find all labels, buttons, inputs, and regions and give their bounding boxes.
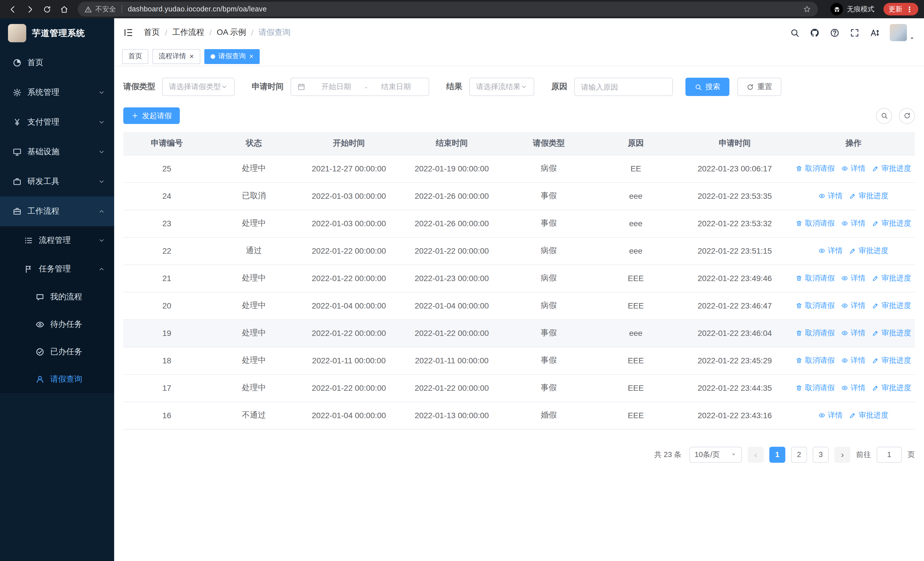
- sidebar-item-payment[interactable]: 支付管理: [0, 107, 114, 137]
- col-reason: 原因: [594, 132, 677, 155]
- action-detail-link[interactable]: 详情: [842, 163, 866, 174]
- sidebar-item-label: 工作流程: [27, 206, 59, 217]
- action-progress-link[interactable]: 审批进度: [872, 383, 911, 393]
- reason-label: 原因: [551, 82, 567, 92]
- breadcrumb-item[interactable]: OA 示例: [217, 27, 246, 38]
- action-cancel-link[interactable]: 取消请假: [796, 328, 835, 338]
- tab-leave-query[interactable]: 请假查询 ×: [204, 49, 260, 64]
- eye-icon: [842, 165, 848, 172]
- action-progress-link[interactable]: 审批进度: [872, 163, 911, 174]
- sidebar-item-label: 任务管理: [39, 264, 71, 274]
- update-label: 更新: [889, 4, 902, 14]
- tab-home[interactable]: 首页: [122, 49, 148, 64]
- page-size-select[interactable]: 10条/页: [689, 447, 742, 462]
- action-progress-link[interactable]: 审批进度: [872, 273, 911, 283]
- action-progress-link[interactable]: 审批进度: [872, 301, 911, 311]
- github-icon[interactable]: [810, 28, 819, 38]
- page-button-2[interactable]: 2: [791, 447, 807, 462]
- action-detail-link[interactable]: 详情: [842, 218, 866, 229]
- home-icon[interactable]: [57, 2, 71, 16]
- action-cancel-link[interactable]: 取消请假: [796, 163, 835, 174]
- apply-time-range-picker[interactable]: 开始日期 - 结束日期: [291, 78, 429, 96]
- bookmark-star-icon[interactable]: [803, 5, 811, 13]
- action-detail-link[interactable]: 详情: [819, 191, 843, 201]
- sidebar-item-infrastructure[interactable]: 基础设施: [0, 137, 114, 167]
- action-detail-link[interactable]: 详情: [842, 328, 866, 338]
- forward-icon[interactable]: [23, 2, 36, 16]
- sidebar-item-label: 待办任务: [50, 319, 82, 329]
- back-icon[interactable]: [6, 2, 20, 16]
- refresh-table-button[interactable]: [899, 108, 915, 124]
- cell-actions: 详情审批进度: [792, 237, 915, 265]
- next-page-button[interactable]: ›: [834, 447, 850, 462]
- breadcrumb-item[interactable]: 首页: [144, 27, 160, 38]
- action-detail-link[interactable]: 详情: [842, 273, 866, 283]
- cell-actions: 取消请假详情审批进度: [792, 265, 915, 292]
- sidebar-item-my-process[interactable]: 我的流程: [0, 283, 114, 311]
- app-logo[interactable]: 芋道管理系统: [0, 18, 114, 48]
- page-button-3[interactable]: 3: [813, 447, 829, 462]
- action-detail-link[interactable]: 详情: [842, 383, 866, 393]
- sidebar-collapse-icon[interactable]: [123, 27, 134, 38]
- sidebar-item-workflow[interactable]: 工作流程: [0, 197, 114, 226]
- edit-icon: [872, 329, 879, 337]
- action-progress-link[interactable]: 审批进度: [872, 355, 911, 365]
- action-progress-link[interactable]: 审批进度: [849, 246, 888, 256]
- action-detail-link[interactable]: 详情: [842, 355, 866, 365]
- create-leave-button[interactable]: 发起请假: [123, 107, 180, 124]
- page-button-1[interactable]: 1: [770, 447, 785, 462]
- help-icon[interactable]: [830, 28, 840, 38]
- action-cancel-link[interactable]: 取消请假: [796, 301, 835, 311]
- end-date-placeholder[interactable]: 结束日期: [369, 82, 422, 92]
- action-cancel-link[interactable]: 取消请假: [796, 273, 835, 283]
- reason-input[interactable]: [575, 78, 672, 95]
- sidebar-item-todo-task[interactable]: 待办任务: [0, 311, 114, 338]
- sidebar-item-leave-query[interactable]: 请假查询: [0, 365, 114, 393]
- security-indicator[interactable]: 不安全: [84, 4, 116, 14]
- sidebar-item-process-management[interactable]: 流程管理: [0, 226, 114, 255]
- reset-button[interactable]: 重置: [737, 78, 782, 96]
- search-button[interactable]: 搜索: [686, 78, 729, 96]
- result-select[interactable]: 请选择流结果: [469, 78, 534, 96]
- leave-type-select[interactable]: 请选择请假类型: [162, 78, 235, 96]
- start-date-placeholder[interactable]: 开始日期: [310, 82, 363, 92]
- close-icon[interactable]: ×: [189, 53, 194, 60]
- kebab-menu-icon[interactable]: ⋮: [906, 5, 913, 14]
- action-detail-link[interactable]: 详情: [819, 246, 843, 256]
- action-progress-link[interactable]: 审批进度: [849, 410, 888, 420]
- sidebar-item-home[interactable]: 首页: [0, 48, 114, 78]
- close-icon[interactable]: ×: [249, 53, 254, 60]
- action-progress-link[interactable]: 审批进度: [849, 191, 888, 201]
- browser-update-button[interactable]: 更新 ⋮: [884, 3, 918, 15]
- fullscreen-icon[interactable]: [850, 28, 860, 38]
- action-cancel-link[interactable]: 取消请假: [796, 355, 835, 365]
- sidebar-item-devtools[interactable]: 研发工具: [0, 167, 114, 197]
- sidebar-item-done-task[interactable]: 已办任务: [0, 338, 114, 365]
- goto-page-input[interactable]: [877, 447, 902, 462]
- cell-type: 病假: [503, 237, 594, 265]
- action-progress-link[interactable]: 审批进度: [872, 218, 911, 229]
- breadcrumb-item[interactable]: 工作流程: [172, 27, 204, 38]
- delete-icon: [796, 165, 803, 172]
- edit-icon: [872, 275, 879, 282]
- action-detail-link[interactable]: 详情: [842, 301, 866, 311]
- toggle-search-button[interactable]: [876, 108, 892, 124]
- reload-icon[interactable]: [40, 2, 54, 16]
- action-cancel-link[interactable]: 取消请假: [796, 383, 835, 393]
- address-bar[interactable]: 不安全 dashboard.yudao.iocoder.cn/bpm/oa/le…: [78, 2, 818, 17]
- search-icon[interactable]: [790, 28, 800, 38]
- action-cancel-link[interactable]: 取消请假: [796, 218, 835, 229]
- leave-type-placeholder: 请选择请假类型: [169, 82, 221, 92]
- action-progress-link[interactable]: 审批进度: [872, 328, 911, 338]
- user-menu[interactable]: [890, 24, 915, 41]
- font-size-icon[interactable]: [870, 28, 879, 38]
- action-label: 取消请假: [805, 355, 835, 365]
- tab-process-detail[interactable]: 流程详情 ×: [152, 49, 200, 64]
- action-label: 审批进度: [882, 355, 911, 365]
- url-text[interactable]: dashboard.yudao.iocoder.cn/bpm/oa/leave: [128, 5, 803, 13]
- sidebar-item-task-management[interactable]: 任务管理: [0, 255, 114, 283]
- prev-page-button[interactable]: ‹: [748, 447, 764, 462]
- sidebar-item-system[interactable]: 系统管理: [0, 78, 114, 107]
- action-detail-link[interactable]: 详情: [819, 410, 843, 420]
- sidebar-item-label: 已办任务: [50, 347, 82, 357]
